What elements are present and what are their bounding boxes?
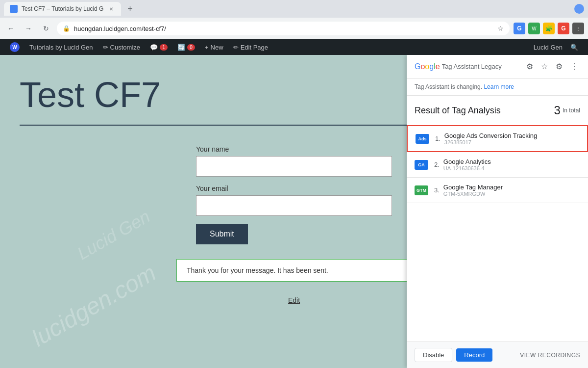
success-message: Thank you for your message. It has been …: [176, 259, 412, 282]
comments-icon: 💬: [150, 44, 158, 51]
tag-analytics-icon: GA: [415, 160, 428, 170]
bookmark-icon[interactable]: ☆: [497, 25, 504, 32]
address-input[interactable]: 🔒 huongdan.lucidgen.com/test-cf7/ ☆: [57, 22, 510, 35]
submit-button[interactable]: Submit: [196, 224, 248, 244]
new-tab-button[interactable]: +: [123, 2, 137, 16]
user-account-item[interactable]: Lucid Gen: [530, 39, 566, 55]
new-icon: +: [205, 44, 209, 51]
tag-2-id: UA-121630636-4: [443, 165, 580, 171]
wordpress-ext-icon[interactable]: W: [528, 23, 540, 34]
result-title: Result of Tag Analysis: [415, 105, 554, 116]
browser-extensions: [572, 4, 584, 14]
filter-icon[interactable]: ⚙: [524, 61, 535, 72]
tab-close-button[interactable]: ✕: [107, 5, 115, 13]
panel-header: Google Tag Assistant Legacy ⚙ ☆ ⚙ ⋮: [407, 55, 588, 79]
result-count-label: In total: [563, 107, 580, 114]
profile-icon[interactable]: [574, 4, 584, 14]
admin-bar-right: Lucid Gen 🔍: [530, 39, 582, 55]
updates-icon: 🔄: [177, 44, 185, 51]
google-g2: g: [429, 62, 434, 71]
tag-item-2[interactable]: GA 2. Google Analytics UA-121630636-4: [407, 152, 588, 178]
customize-item[interactable]: ✏ Customize: [99, 39, 144, 55]
tag-3-num: 3.: [434, 186, 440, 194]
star-icon[interactable]: ☆: [539, 61, 550, 72]
watermark-1: lucidgen.com: [27, 259, 160, 352]
email-input[interactable]: [196, 195, 392, 216]
content-area: W Tutorials by Lucid Gen ✏ Customize 💬 1…: [0, 39, 588, 368]
disable-button[interactable]: Disable: [415, 348, 452, 362]
result-count: 3: [554, 104, 561, 117]
tag-2-num: 2.: [434, 161, 440, 168]
tag-1-info: Google Ads Conversion Tracking 326385017: [444, 132, 579, 145]
refresh-button[interactable]: ↻: [39, 22, 53, 35]
tag-1-id: 326385017: [444, 139, 579, 145]
learn-more-link[interactable]: Learn more: [484, 83, 514, 90]
updates-item[interactable]: 🔄 0: [173, 39, 199, 55]
panel-notice: Tag Assistant is changing. Learn more: [407, 79, 588, 96]
edit-page-icon: ✏: [233, 44, 239, 51]
page-background: lucidgen.com Lucid Gen Test CF7 Your nam…: [0, 55, 588, 368]
result-header: Result of Tag Analysis 3 In total: [407, 96, 588, 125]
search-icon: 🔍: [570, 44, 578, 51]
new-content-item[interactable]: + New: [201, 39, 227, 55]
site-name-item[interactable]: Tutorials by Lucid Gen: [25, 39, 97, 55]
updates-count: 0: [187, 44, 195, 51]
google-e: e: [436, 62, 440, 71]
edit-page-label: Edit Page: [241, 44, 268, 51]
notice-text: Tag Assistant is changing.: [415, 83, 482, 90]
tab-favicon: [10, 5, 18, 13]
panel-actions: ⚙ ☆ ⚙ ⋮: [524, 61, 580, 72]
back-button[interactable]: ←: [4, 22, 18, 35]
tag-ads-icon: Ads: [416, 134, 429, 144]
wp-logo: W: [10, 42, 20, 52]
name-input[interactable]: [196, 156, 392, 177]
email-field-group: Your email: [196, 184, 392, 216]
settings-icon[interactable]: ⚙: [554, 61, 564, 72]
puzzle-ext-icon[interactable]: 🧩: [543, 23, 555, 34]
search-bar-item[interactable]: 🔍: [566, 39, 582, 55]
record-button[interactable]: Record: [456, 348, 492, 362]
customize-icon: ✏: [103, 44, 108, 51]
app-container: Test CF7 – Tutorials by Lucid G ✕ + ← → …: [0, 0, 588, 368]
google-ext-icon[interactable]: G: [558, 23, 569, 34]
panel-title: Tag Assistant Legacy: [442, 63, 524, 70]
edit-page-item[interactable]: ✏ Edit Page: [229, 39, 272, 55]
tab-bar: Test CF7 – Tutorials by Lucid G ✕ +: [0, 0, 588, 18]
wp-logo-item[interactable]: W: [6, 39, 24, 55]
email-label: Your email: [196, 184, 392, 192]
google-account-icon[interactable]: G: [514, 23, 525, 34]
customize-label: Customize: [110, 44, 140, 51]
tag-1-num: 1.: [435, 135, 441, 142]
forward-button[interactable]: →: [22, 22, 35, 35]
name-label: Your name: [196, 145, 392, 153]
contact-form: Your name Your email Submit: [196, 145, 392, 244]
address-bar-row: ← → ↻ 🔒 huongdan.lucidgen.com/test-cf7/ …: [0, 18, 588, 39]
tab-title: Test CF7 – Tutorials by Lucid G: [22, 5, 103, 12]
tag-list: Ads 1. Google Ads Conversion Tracking 32…: [407, 125, 588, 342]
tag-1-name: Google Ads Conversion Tracking: [444, 132, 579, 139]
google-o2: o: [425, 62, 429, 71]
tag-3-name: Google Tag Manager: [443, 184, 580, 191]
url-text: huongdan.lucidgen.com/test-cf7/: [74, 25, 493, 32]
view-recordings-link[interactable]: VIEW RECORDINGS: [520, 352, 580, 359]
active-tab[interactable]: Test CF7 – Tutorials by Lucid G ✕: [4, 2, 121, 16]
google-logo: Google: [415, 62, 440, 71]
wp-admin-bar: W Tutorials by Lucid Gen ✏ Customize 💬 1…: [0, 39, 588, 55]
panel-footer: Disable Record VIEW RECORDINGS: [407, 342, 588, 368]
tag-3-info: Google Tag Manager GTM-5XMRGDW: [443, 184, 580, 197]
google-g: G: [415, 62, 420, 71]
settings-ext-icon[interactable]: ⋮: [572, 23, 584, 34]
comments-count: 1: [160, 44, 168, 51]
comments-item[interactable]: 💬 1: [146, 39, 172, 55]
tag-gtm-icon: GTM: [415, 185, 428, 195]
user-account-label: Lucid Gen: [534, 44, 563, 51]
success-text: Thank you for your message. It has been …: [187, 266, 328, 274]
more-options-icon[interactable]: ⋮: [568, 61, 580, 72]
tag-item-3[interactable]: GTM 3. Google Tag Manager GTM-5XMRGDW: [407, 178, 588, 203]
extension-icons: G W 🧩 G ⋮: [514, 23, 584, 34]
name-field-group: Your name: [196, 145, 392, 177]
tag-item-1[interactable]: Ads 1. Google Ads Conversion Tracking 32…: [407, 125, 588, 152]
tag-2-info: Google Analytics UA-121630636-4: [443, 158, 580, 171]
new-label: New: [211, 44, 223, 51]
tag-2-name: Google Analytics: [443, 158, 580, 165]
